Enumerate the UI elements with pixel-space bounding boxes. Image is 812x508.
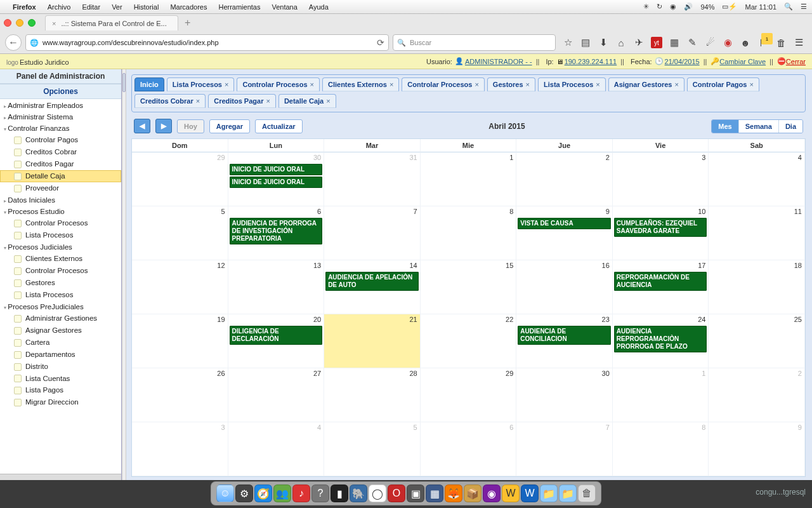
refresh-button[interactable]: Actualizar (255, 119, 303, 133)
calendar-cell[interactable]: 18 (709, 260, 805, 314)
calendar-cell[interactable]: 10CUMPLEAÑOS: EZEQUIEL SAAVEDRA GARATE (613, 206, 709, 260)
reader-icon[interactable]: ▤ (580, 37, 591, 48)
ip-link[interactable]: 190.239.224.111 (565, 58, 617, 65)
dock-folder2[interactable]: 📁 (559, 485, 577, 502)
dock-terminal[interactable]: ▮ (331, 485, 348, 502)
cerrar-link[interactable]: Cerrar (786, 58, 806, 65)
calendar-cell[interactable]: 22 (421, 314, 517, 368)
dock-help[interactable]: ? (311, 485, 329, 502)
calendar-event[interactable]: AUDIENCIA DE CONCILIACION (518, 326, 611, 345)
tree-item[interactable]: Gestores (0, 277, 121, 289)
url-bar[interactable]: 🌐 www.wayragroup.com/descubreinnova/estu… (25, 34, 389, 51)
calendar-cell[interactable]: 29 (132, 152, 228, 206)
hamburger-icon[interactable]: ☰ (793, 37, 804, 48)
tree-folder[interactable]: Administrar Sistema (0, 111, 121, 123)
calendar-cell[interactable]: 11 (709, 206, 805, 260)
dock-trash[interactable]: 🗑 (578, 485, 596, 502)
calendar-cell[interactable]: 8 (613, 422, 709, 476)
calendar-cell[interactable]: 20DILIGENCIA DE DECLARACIÒN (228, 314, 325, 368)
calendar-cell[interactable]: 25 (709, 314, 805, 368)
tab-close-icon[interactable]: × (749, 81, 753, 88)
dock-vbox[interactable]: ▦ (426, 485, 443, 502)
usuario-link[interactable]: ADMINISTRADOR - - (465, 58, 532, 65)
tab-close-icon[interactable]: × (225, 81, 228, 88)
send-icon[interactable]: ✈ (633, 37, 645, 48)
content-tab[interactable]: Asignar Gestores× (608, 77, 684, 91)
menu-editar[interactable]: Editar (82, 3, 100, 11)
view-week[interactable]: Semana (739, 120, 779, 133)
calendar-cell[interactable]: 28 (324, 368, 421, 422)
abp-icon[interactable]: ◉ (722, 37, 733, 48)
dock-folder[interactable]: 📁 (540, 485, 558, 502)
calendar-cell[interactable]: 1 (421, 152, 517, 206)
bookmark-star-icon[interactable]: ☆ (562, 37, 573, 48)
tree-item[interactable]: Cartera (0, 337, 121, 349)
bluetooth-icon[interactable]: ✳ (643, 3, 649, 11)
dock-app2[interactable]: ◉ (483, 485, 501, 502)
calendar-cell[interactable]: 5 (132, 206, 228, 260)
split-handle[interactable] (122, 69, 126, 480)
back-button[interactable]: ← (5, 34, 22, 51)
calendar-event[interactable]: VISTA DE CAUSA (518, 218, 611, 229)
calendar-event[interactable]: CUMPLEAÑOS: EZEQUIEL SAAVEDRA GARATE (614, 218, 707, 237)
notifications-icon[interactable]: ☰ (801, 3, 807, 11)
dock-safari[interactable]: 🧭 (254, 485, 272, 502)
calendar-event[interactable]: AUDIENCIA REPROGRAMACIÒN PRORROGA DE PLA… (614, 326, 707, 352)
fecha-link[interactable]: 21/04/2015 (665, 58, 700, 65)
calendar-cell[interactable]: 15 (421, 260, 517, 314)
content-tab[interactable]: Gestores× (487, 77, 535, 91)
content-tab[interactable]: Detalle Caja× (278, 94, 336, 108)
calendar-cell[interactable]: 7 (324, 206, 421, 260)
tree-item[interactable]: Lista Procesos (0, 289, 121, 301)
menu-marcadores[interactable]: Marcadores (170, 3, 207, 11)
wand-icon[interactable]: ☄ (704, 37, 716, 48)
tab-close-icon[interactable]: × (674, 81, 678, 88)
calendar-cell[interactable]: 16 (516, 260, 613, 314)
content-tab[interactable]: Creditos Pagar× (208, 94, 276, 108)
view-month[interactable]: Mes (712, 120, 738, 133)
tree-item[interactable]: Creditos Pagar (0, 158, 121, 170)
window-zoom-button[interactable] (28, 19, 36, 27)
tree-item[interactable]: Lista Cuentas (0, 373, 121, 385)
tab-close-icon[interactable]: × (526, 81, 530, 88)
calendar-cell[interactable]: 5 (324, 422, 421, 476)
menu-ayuda[interactable]: Ayuda (309, 3, 329, 11)
calendar-cell[interactable]: 6 (421, 422, 517, 476)
calendar-cell[interactable]: 17REPROGRAMACIÒN DE AUCIENCIA (613, 260, 709, 314)
calendar-cell[interactable]: 4 (228, 422, 325, 476)
content-tab[interactable]: Clientes Externos× (322, 77, 399, 91)
tree-folder[interactable]: Procesos PreJudiciales (0, 301, 121, 312)
dock-app1[interactable]: ▣ (407, 485, 424, 502)
calendar-cell[interactable]: 8 (421, 206, 517, 260)
tree-item[interactable]: Controlar Procesos (0, 217, 121, 229)
menu-archivo[interactable]: Archivo (48, 3, 71, 11)
dock-chrome[interactable]: ◯ (369, 485, 386, 502)
tab-close-icon[interactable]: × (390, 81, 393, 88)
tree-item[interactable]: Lista Procesos (0, 229, 121, 241)
content-tab[interactable]: Lista Procesos× (167, 77, 235, 91)
menu-historial[interactable]: Historial (134, 3, 159, 11)
home-icon[interactable]: ⌂ (615, 37, 627, 48)
dock-itunes[interactable]: ♪ (292, 485, 310, 502)
tree-folder[interactable]: Datos Iniciales (0, 194, 121, 206)
menu-ventana[interactable]: Ventana (272, 3, 297, 11)
dock-word[interactable]: W (521, 485, 539, 502)
new-tab-button[interactable]: + (185, 17, 190, 29)
calendar-cell[interactable]: 9VISTA DE CAUSA (516, 206, 613, 260)
tree[interactable]: Administrar EmpleadosAdministrar Sistema… (0, 99, 121, 474)
dock-contacts[interactable]: 👥 (273, 485, 291, 502)
dock-finder[interactable]: ☺ (216, 485, 234, 502)
tab-close-icon[interactable]: × (52, 20, 56, 27)
tree-item[interactable]: Distrito (0, 361, 121, 373)
spotlight-icon[interactable]: 🔍 (784, 3, 793, 11)
tab-close-icon[interactable]: × (475, 81, 478, 88)
tab-close-icon[interactable]: × (596, 81, 599, 88)
add-button[interactable]: Agregar (209, 119, 250, 133)
flag-icon[interactable]: 🏳1 (757, 37, 769, 48)
search-bar[interactable]: 🔍 Buscar (393, 34, 556, 51)
dock-settings[interactable]: ⚙ (235, 485, 253, 502)
calendar-cell[interactable]: 14AUDIENCIA DE APELACIÒN DE AUTO (324, 260, 421, 314)
calendar-cell[interactable]: 31 (324, 152, 421, 206)
tab-close-icon[interactable]: × (326, 97, 330, 105)
calendar-cell[interactable]: 3 (613, 152, 709, 206)
